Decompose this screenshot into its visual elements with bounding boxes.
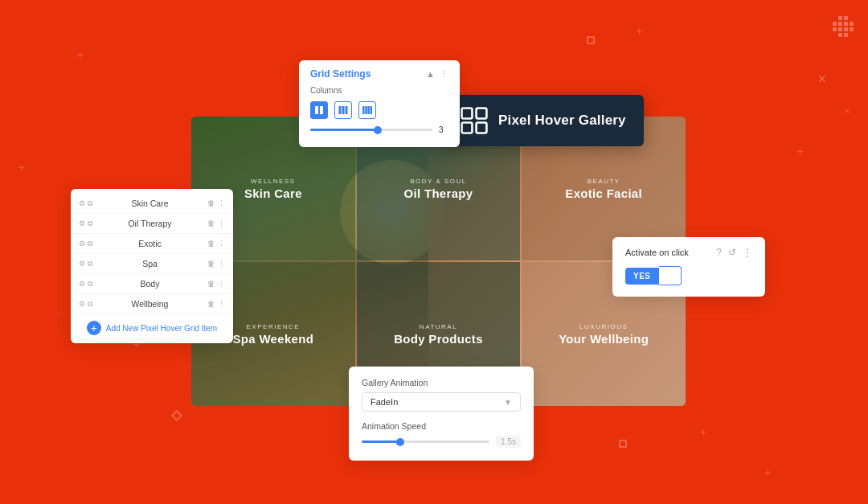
copy-icon-3[interactable]: ⧉ <box>88 260 92 268</box>
animation-panel: Gallery Animation FadeIn ▼ Animation Spe… <box>349 367 534 461</box>
cell-6-label: LUXURIOUS Your Wellbeing <box>552 320 655 349</box>
col-2-icon[interactable] <box>334 101 352 119</box>
delete-icon-1[interactable]: 🗑 <box>207 219 215 227</box>
item-name-3: Spa <box>97 259 203 268</box>
copy-icon-1[interactable]: ⧉ <box>88 219 92 228</box>
grid-settings-panel: Grid Settings ▲ ⋮ Columns <box>299 60 460 147</box>
animation-speed-slider[interactable] <box>362 440 489 443</box>
item-row-icons-right: 🗑 ⋮ <box>207 199 225 207</box>
item-name-5: Wellbeing <box>97 299 203 309</box>
animation-speed-label: Animation Speed <box>362 421 521 431</box>
settings-icon-3[interactable]: ⚙ <box>79 260 85 268</box>
item-row-icons-right-5: 🗑 ⋮ <box>207 300 225 308</box>
item-name-0: Skin Care <box>97 199 203 208</box>
activate-header: Activate on click ? ↺ ⋮ <box>625 247 752 258</box>
item-row-icons-left-1: ⚙ ⧉ <box>79 219 92 228</box>
columns-slider-row: 3 <box>310 125 448 134</box>
add-item-label: Add New Pixel Hover Grid Item <box>106 324 217 333</box>
svg-rect-5 <box>320 106 323 114</box>
item-name-2: Exotic <box>97 239 203 248</box>
item-row-icons-left-5: ⚙ ⧉ <box>79 300 92 309</box>
collapse-icon[interactable]: ▲ <box>426 69 435 79</box>
item-row-icons-left-3: ⚙ ⧉ <box>79 260 92 268</box>
reset-icon[interactable]: ↺ <box>728 247 736 258</box>
more-icon-4[interactable]: ⋮ <box>218 280 225 288</box>
animation-speed-value: 1.5s <box>496 436 521 448</box>
svg-rect-12 <box>371 106 373 114</box>
gallery-animation-label: Gallery Animation <box>362 378 521 387</box>
item-row-icons-right-3: 🗑 ⋮ <box>207 260 225 268</box>
gallery-image: WELLNESS Skin Care BODY & SOUL Oil Thera… <box>191 117 686 406</box>
item-name-1: Oil Therapy <box>97 219 203 228</box>
svg-rect-7 <box>342 106 345 114</box>
panel-header: Grid Settings ▲ ⋮ <box>310 68 448 80</box>
col-3-icon[interactable] <box>358 101 376 119</box>
copy-icon[interactable]: ⧉ <box>88 199 92 208</box>
animation-type-select[interactable]: FadeIn ▼ <box>362 392 521 412</box>
question-icon[interactable]: ? <box>716 247 722 258</box>
svg-rect-3 <box>477 123 487 133</box>
delete-icon-5[interactable]: 🗑 <box>207 300 215 308</box>
copy-icon-5[interactable]: ⧉ <box>88 300 92 309</box>
phg-badge: Pixel Hover Gallery <box>442 95 644 146</box>
svg-rect-0 <box>462 109 473 119</box>
delete-icon-3[interactable]: 🗑 <box>207 260 215 268</box>
activate-panel: Activate on click ? ↺ ⋮ YES <box>612 237 765 297</box>
grid-icon <box>460 106 489 135</box>
copy-icon-2[interactable]: ⧉ <box>88 240 92 248</box>
svg-rect-8 <box>346 106 348 114</box>
cell-5-label: NATURAL Body Products <box>387 320 489 349</box>
more-icon[interactable]: ⋮ <box>218 199 225 207</box>
item-row-body[interactable]: ⚙ ⧉ Body 🗑 ⋮ <box>71 274 233 294</box>
toggle-row: YES <box>625 266 752 285</box>
gallery-grid: WELLNESS Skin Care BODY & SOUL Oil Thera… <box>191 117 686 406</box>
svg-rect-10 <box>365 106 367 114</box>
copy-icon-4[interactable]: ⧉ <box>88 280 92 289</box>
svg-rect-6 <box>339 106 342 114</box>
item-row-icons-left-2: ⚙ ⧉ <box>79 240 92 248</box>
col-1-icon[interactable] <box>310 101 328 119</box>
more-dots-icon[interactable]: ⋮ <box>440 69 448 80</box>
more-icon-2[interactable]: ⋮ <box>218 240 225 248</box>
activate-title: Activate on click <box>625 248 710 257</box>
columns-slider-track[interactable] <box>310 129 432 131</box>
more-icon-5[interactable]: ⋮ <box>218 300 225 308</box>
settings-icon[interactable]: ⚙ <box>79 199 85 207</box>
delete-icon-2[interactable]: 🗑 <box>207 240 215 248</box>
item-row-spa[interactable]: ⚙ ⧉ Spa 🗑 ⋮ <box>71 254 233 274</box>
add-circle-icon: + <box>87 321 101 335</box>
item-row-oil-therapy[interactable]: ⚙ ⧉ Oil Therapy 🗑 ⋮ <box>71 214 233 234</box>
svg-rect-2 <box>462 123 473 133</box>
settings-icon-4[interactable]: ⚙ <box>79 280 85 288</box>
svg-rect-9 <box>362 106 365 114</box>
delete-icon-4[interactable]: 🗑 <box>207 280 215 288</box>
settings-icon-1[interactable]: ⚙ <box>79 219 85 227</box>
svg-rect-11 <box>367 106 370 114</box>
item-row-icons-left-4: ⚙ ⧉ <box>79 280 92 289</box>
item-row-icons-left: ⚙ ⧉ <box>79 199 92 208</box>
more-icon-1[interactable]: ⋮ <box>218 219 225 227</box>
toggle-yes-label[interactable]: YES <box>625 268 659 285</box>
animation-type-value: FadeIn <box>371 397 398 407</box>
cell-1-label: WELLNESS Skin Care <box>238 174 309 203</box>
svg-rect-4 <box>315 106 318 114</box>
select-chevron-icon: ▼ <box>504 398 512 407</box>
settings-icon-5[interactable]: ⚙ <box>79 300 85 308</box>
more-options-icon[interactable]: ⋮ <box>743 247 752 258</box>
panel-header-icons: ▲ ⋮ <box>426 69 448 80</box>
delete-icon[interactable]: 🗑 <box>207 199 215 207</box>
settings-icon-2[interactable]: ⚙ <box>79 240 85 248</box>
more-icon-3[interactable]: ⋮ <box>218 260 225 268</box>
item-row-skin-care[interactable]: ⚙ ⧉ Skin Care 🗑 ⋮ <box>71 194 233 214</box>
columns-icons <box>310 101 448 119</box>
item-row-icons-right-4: 🗑 ⋮ <box>207 280 225 288</box>
animation-speed-row: 1.5s <box>362 436 521 448</box>
item-row-icons-right-2: 🗑 ⋮ <box>207 240 225 248</box>
cell-2-label: BODY & SOUL Oil Therapy <box>398 174 480 203</box>
toggle-thumb[interactable] <box>659 266 682 285</box>
item-row-wellbeing[interactable]: ⚙ ⧉ Wellbeing 🗑 ⋮ <box>71 294 233 314</box>
items-panel: ⚙ ⧉ Skin Care 🗑 ⋮ ⚙ ⧉ Oil Therapy 🗑 ⋮ ⚙ … <box>71 189 233 343</box>
item-name-4: Body <box>97 279 203 289</box>
item-row-exotic[interactable]: ⚙ ⧉ Exotic 🗑 ⋮ <box>71 234 233 254</box>
add-item-button[interactable]: + Add New Pixel Hover Grid Item <box>71 321 233 335</box>
